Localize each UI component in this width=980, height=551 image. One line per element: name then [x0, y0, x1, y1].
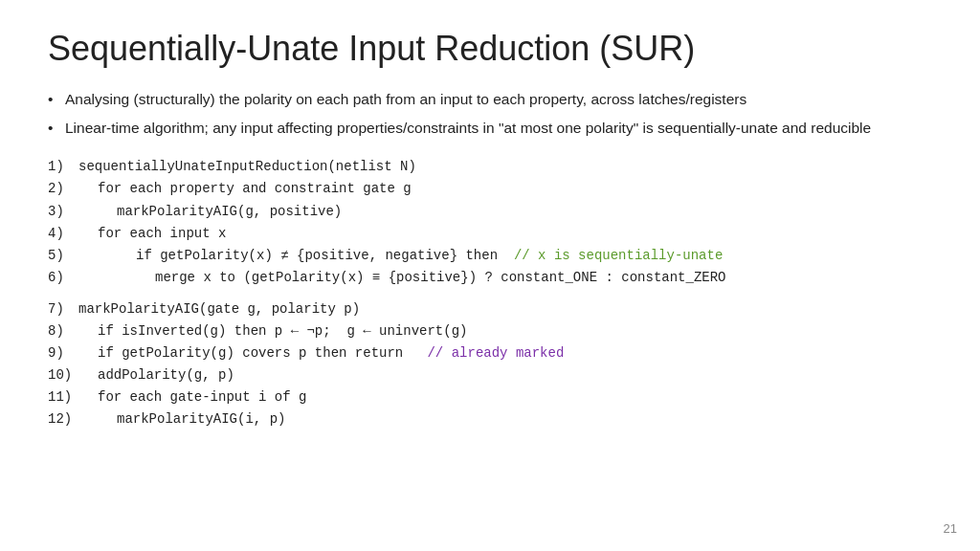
slide: Sequentially-Unate Input Reduction (SUR)… — [0, 0, 980, 551]
code-text: for each gate-input i of g — [78, 386, 306, 408]
slide-title: Sequentially-Unate Input Reduction (SUR) — [48, 29, 932, 68]
bullet-item-1: Analysing (structurally) the polarity on… — [48, 89, 932, 110]
code-line: 10)addPolarity(g, p) — [48, 364, 932, 386]
line-number: 3) — [48, 201, 78, 223]
code-text: sequentiallyUnateInputReduction(netlist … — [78, 156, 416, 178]
code-line: 11)for each gate-input i of g — [48, 386, 932, 408]
code-line: 2)for each property and constraint gate … — [48, 178, 932, 200]
code-line: 9)if getPolarity(g) covers p then return… — [48, 342, 932, 364]
code-line: 5)if getPolarity(x) ≠ {positive, negativ… — [48, 245, 932, 267]
line-number: 12) — [48, 408, 78, 430]
code-text: markPolarityAIG(g, positive) — [78, 201, 342, 223]
line-number: 2) — [48, 178, 78, 200]
code-comment: // x is sequentially-unate — [514, 245, 723, 267]
code-text: for each property and constraint gate g — [78, 178, 412, 200]
line-number: 8) — [48, 320, 78, 342]
page-number: 21 — [944, 521, 957, 536]
code-text: markPolarityAIG(i, p) — [78, 408, 285, 430]
code-line: 8)if isInverted(g) then p ← ¬p; g ← unin… — [48, 320, 932, 342]
line-number: 6) — [48, 267, 78, 289]
code-comment: // already marked — [427, 342, 564, 364]
code-text: markPolarityAIG(gate g, polarity p) — [78, 298, 360, 320]
code-block: 1)sequentiallyUnateInputReduction(netlis… — [48, 156, 932, 430]
code-text: merge x to (getPolarity(x) ≡ {positive})… — [78, 267, 726, 289]
code-text: if getPolarity(g) covers p then return — [78, 342, 427, 364]
code-text: if getPolarity(x) ≠ {positive, negative}… — [78, 245, 514, 267]
line-number: 7) — [48, 298, 78, 320]
line-number: 11) — [48, 386, 78, 408]
line-number: 10) — [48, 364, 78, 386]
line-number: 4) — [48, 223, 78, 245]
code-spacer — [48, 289, 932, 298]
code-line: 6)merge x to (getPolarity(x) ≡ {positive… — [48, 267, 932, 289]
bullet-list: Analysing (structurally) the polarity on… — [48, 89, 932, 139]
code-line: 7)markPolarityAIG(gate g, polarity p) — [48, 298, 932, 320]
code-line: 4)for each input x — [48, 223, 932, 245]
code-line: 12)markPolarityAIG(i, p) — [48, 408, 932, 430]
code-line: 1)sequentiallyUnateInputReduction(netlis… — [48, 156, 932, 178]
code-text: addPolarity(g, p) — [78, 364, 234, 386]
line-number: 9) — [48, 342, 78, 364]
line-number: 5) — [48, 245, 78, 267]
bullet-item-2: Linear-time algorithm; any input affecti… — [48, 118, 932, 139]
code-text: for each input x — [78, 223, 226, 245]
line-number: 1) — [48, 156, 78, 178]
code-text: if isInverted(g) then p ← ¬p; g ← uninve… — [78, 320, 467, 342]
code-line: 3)markPolarityAIG(g, positive) — [48, 201, 932, 223]
